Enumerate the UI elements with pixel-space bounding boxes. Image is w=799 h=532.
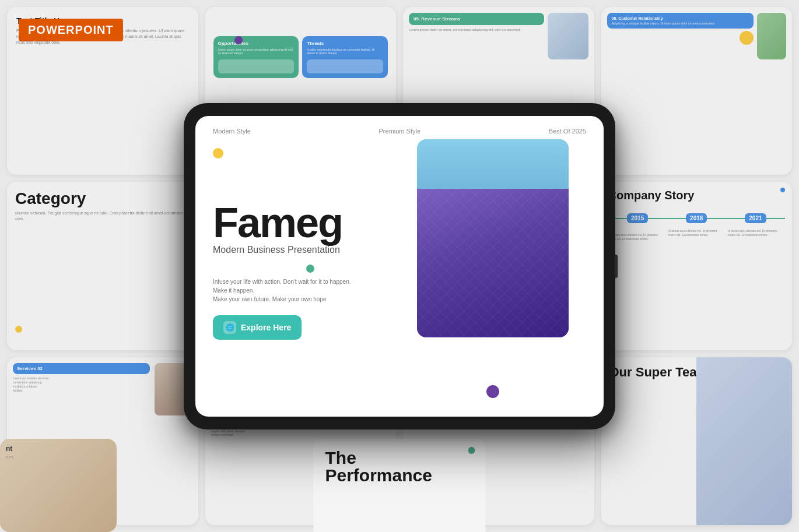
category-title: Category	[15, 190, 190, 208]
services-02-label: Services 02	[13, 363, 150, 374]
brand-subtitle: Modern Business Presentation	[213, 245, 388, 255]
dot-purple-1	[234, 36, 243, 44]
bg-slide-category: Category ullumco vehicula. Feugiat scele…	[7, 182, 198, 350]
bottom-left-text: nt	[6, 445, 111, 453]
team-photo	[696, 357, 792, 525]
bg-slide-company: Company Story 2015 2018 2021 ryUs lectus…	[601, 182, 793, 350]
performance-slide-overlay: ThePerformance	[314, 439, 486, 532]
svg-rect-1	[417, 189, 569, 337]
slide-bottom-purple-dot	[486, 385, 499, 398]
brand-title: Fameg	[213, 204, 388, 242]
year-2015: 2015	[627, 213, 648, 223]
dot-yellow-cat	[15, 326, 22, 333]
opp-box: Opportunities Lorem ipsum dolor sit amet…	[213, 36, 299, 78]
opp-label: Opportunities	[218, 41, 295, 46]
perf-green-dot	[468, 447, 475, 454]
powerpoint-badge: POWERPOINT	[19, 19, 123, 41]
slide-left-content: Fameg Modern Business Presentation Infus…	[213, 139, 400, 405]
threats-box: Threats In odio malesuada faucibus ex co…	[302, 36, 388, 78]
slide-top-labels: Modern Style Premium Style Best Of 2025	[213, 128, 586, 135]
presentation-slide: Modern Style Premium Style Best Of 2025 …	[195, 116, 604, 417]
tablet-button	[615, 255, 618, 278]
label-modern: Modern Style	[213, 128, 251, 135]
revenue-body: Lorem ipsum dolor sit amet, consectetur …	[409, 27, 544, 32]
slide-main-area: Fameg Modern Business Presentation Infus…	[213, 139, 586, 405]
slide-yellow-dot	[213, 148, 223, 158]
explore-button[interactable]: 🌐 Explore Here	[213, 315, 302, 340]
slide-green-dot	[306, 265, 314, 273]
category-body: ullumco vehicula. Feugiat scelerisque sq…	[15, 210, 190, 222]
diamond-grid	[417, 189, 569, 337]
explore-label: Explore Here	[241, 323, 291, 332]
year-2021: 2021	[745, 213, 766, 223]
fameg-quote: Infuse your life with action. Don't wait…	[213, 277, 365, 304]
performance-text: ThePerformance	[325, 449, 432, 484]
label-best: Best Of 2025	[549, 128, 586, 135]
bg-slide-text-title: Text Title Here Pulvinar ullamcorper non…	[7, 7, 198, 175]
services-02-body: Lorem ipsum dolor sit amesconsectetur ad…	[13, 376, 150, 393]
threats-label: Threats	[307, 41, 383, 46]
dot-yellow-2	[740, 31, 754, 45]
building-image	[417, 139, 569, 337]
slide-right-content	[400, 139, 586, 405]
year-desc-2: Ut lectus arcu ultricies vel. Et pharetr…	[668, 229, 726, 241]
revenue-photo	[548, 13, 588, 59]
bg-slide-customer: 06. Customer Relationship Adipiscing ut …	[601, 7, 793, 175]
bottom-left-photo: nt is mi	[0, 439, 117, 532]
tablet-outer: Modern Style Premium Style Best Of 2025 …	[184, 103, 615, 429]
tablet-device: Modern Style Premium Style Best Of 2025 …	[184, 103, 615, 429]
building-body	[417, 189, 569, 337]
globe-icon: 🌐	[223, 321, 236, 334]
tablet-screen: Modern Style Premium Style Best Of 2025 …	[195, 116, 604, 417]
revenue-title: 05. Revenue Streams	[413, 16, 539, 22]
year-desc-3: Ut lectus arcu ultricies vel. Et pharetr…	[728, 229, 786, 241]
customer-photo	[757, 13, 786, 59]
company-title: Company Story	[608, 189, 786, 202]
year-desc-1: ryUs lectus arcu ultricies vel. Et phare…	[608, 229, 666, 241]
year-2018: 2018	[686, 213, 707, 223]
customer-title: 06. Customer Relationship	[612, 16, 749, 20]
label-premium: Premium Style	[379, 128, 421, 135]
bg-slide-team: Our Super Team	[601, 357, 793, 525]
